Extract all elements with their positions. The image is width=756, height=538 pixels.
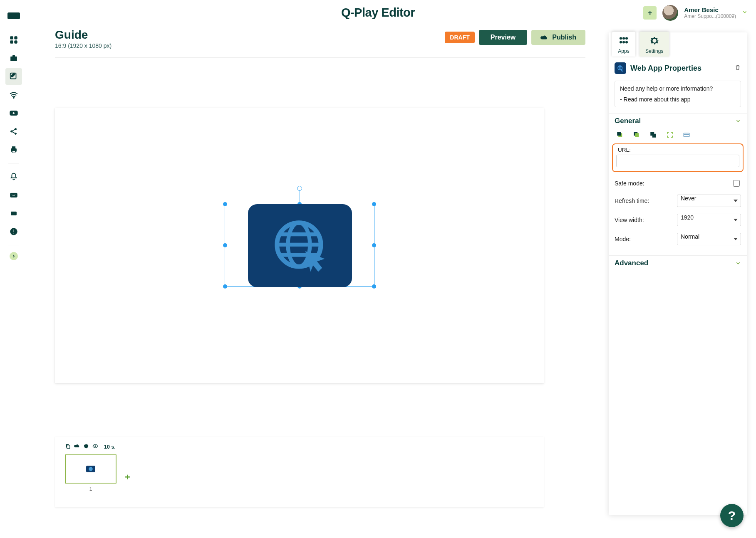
bring-forward-button[interactable] (616, 131, 624, 138)
top-right: + Amer Besic Amer Suppo...(100009) (643, 5, 748, 21)
nav-share[interactable] (5, 123, 22, 140)
resize-handle-e[interactable] (372, 243, 376, 247)
resize-handle-nw[interactable] (223, 202, 227, 206)
nav-keyboard[interactable] (5, 187, 22, 203)
svg-rect-11 (12, 147, 15, 149)
resize-handle-ne[interactable] (372, 202, 376, 206)
delete-button[interactable] (734, 64, 741, 73)
rail-divider-2 (8, 245, 19, 245)
section-general[interactable]: General (609, 113, 747, 128)
svg-rect-29 (67, 445, 70, 449)
rotate-handle[interactable] (297, 186, 302, 191)
svg-point-35 (620, 41, 622, 43)
tl-cloud-icon[interactable] (74, 443, 80, 450)
resize-handle-se[interactable] (372, 284, 376, 289)
web-app-tile[interactable] (248, 204, 352, 287)
svg-point-5 (13, 97, 15, 99)
share-icon (9, 127, 18, 136)
svg-rect-45 (684, 133, 689, 136)
section-general-label: General (615, 117, 641, 125)
user-menu-toggle[interactable] (742, 9, 748, 17)
publish-button[interactable]: Publish (531, 30, 585, 45)
doc-subtitle: 16:9 (1920 x 1080 px) (55, 42, 112, 49)
section-advanced[interactable]: Advanced (609, 255, 747, 271)
printer-icon (9, 145, 18, 154)
left-sidebar (0, 0, 27, 538)
tl-gear-icon[interactable] (83, 443, 89, 450)
timeline-slides: 1 + (65, 454, 534, 492)
screen-icon (9, 109, 18, 118)
nav-dashboard[interactable] (5, 32, 22, 48)
view-width-row: View width: 1920 (609, 210, 747, 230)
chevron-down-icon (742, 9, 748, 15)
new-button[interactable]: + (643, 6, 657, 20)
properties-panel: Apps Settings Web App Properties Need an… (609, 32, 747, 515)
svg-rect-16 (14, 194, 15, 195)
svg-rect-3 (15, 41, 17, 43)
timeline-slide[interactable] (65, 454, 116, 484)
svg-rect-12 (12, 151, 15, 153)
url-label: URL: (618, 147, 738, 153)
nav-alerts[interactable] (5, 223, 22, 240)
help-box: Need any help or more information? - Rea… (615, 81, 741, 107)
slide-number: 1 (65, 486, 116, 492)
refresh-select[interactable]: Never (677, 195, 741, 207)
doc-title-block: Guide 16:9 (1920 x 1080 px) (55, 28, 112, 49)
avatar[interactable] (662, 5, 678, 21)
gear-icon (649, 35, 660, 47)
mode-select[interactable]: Normal (677, 233, 741, 245)
selected-element[interactable] (225, 204, 374, 287)
tab-settings[interactable]: Settings (640, 32, 669, 57)
resize-handle-sw[interactable] (223, 284, 227, 289)
svg-point-34 (625, 37, 628, 39)
nav-wifi[interactable] (5, 86, 22, 103)
doc-title: Guide (55, 28, 112, 42)
aspect-ratio-button[interactable] (683, 131, 690, 138)
help-link[interactable]: - Read more about this app (620, 96, 736, 103)
status-badge: DRAFT (445, 32, 474, 43)
url-input[interactable] (616, 155, 739, 167)
nav-editor[interactable] (5, 68, 22, 85)
nav-screens[interactable] (5, 105, 22, 121)
user-name: Amer Besic (684, 7, 736, 14)
nav-print[interactable] (5, 141, 22, 158)
tl-copy-icon[interactable] (65, 443, 71, 450)
chevron-down-icon (735, 260, 741, 266)
app-title: Q-Play Editor (341, 6, 415, 20)
section-advanced-label: Advanced (615, 259, 648, 267)
trash-icon (734, 64, 741, 71)
bell-icon (9, 172, 18, 181)
user-block[interactable]: Amer Besic Amer Suppo...(100009) (684, 7, 736, 19)
mode-label: Mode: (615, 236, 673, 242)
tab-apps[interactable]: Apps (612, 32, 635, 57)
doc-actions: DRAFT Preview Publish (445, 30, 585, 45)
tab-apps-label: Apps (618, 48, 629, 54)
nav-notifications[interactable] (5, 168, 22, 185)
nav-display[interactable] (5, 205, 22, 222)
wifi-icon (9, 90, 18, 99)
svg-rect-19 (11, 212, 17, 215)
publish-label: Publish (552, 34, 576, 41)
svg-rect-18 (12, 195, 15, 196)
safe-mode-label: Safe mode: (615, 180, 673, 187)
svg-rect-40 (617, 132, 621, 136)
fullscreen-button[interactable] (666, 131, 674, 138)
preview-button[interactable]: Preview (479, 30, 527, 45)
document-header: Guide 16:9 (1920 x 1080 px) DRAFT Previe… (55, 28, 585, 58)
panel-title: Web App Properties (630, 64, 730, 73)
panel-header: Web App Properties (609, 57, 747, 78)
help-fab[interactable]: ? (720, 504, 744, 527)
nav-media[interactable] (5, 50, 22, 67)
safe-mode-checkbox[interactable] (733, 180, 740, 187)
svg-rect-2 (10, 41, 13, 43)
send-backward-button[interactable] (649, 131, 657, 138)
apps-grid-icon (618, 35, 630, 47)
add-slide-button[interactable]: + (125, 472, 130, 483)
bring-front-button[interactable] (633, 131, 640, 138)
svg-rect-44 (652, 134, 656, 138)
rail-expand-button[interactable] (10, 252, 18, 260)
svg-point-37 (625, 41, 628, 43)
tl-eye-icon[interactable] (92, 443, 98, 450)
resize-handle-w[interactable] (223, 243, 227, 247)
view-width-select[interactable]: 1920 (677, 214, 741, 226)
